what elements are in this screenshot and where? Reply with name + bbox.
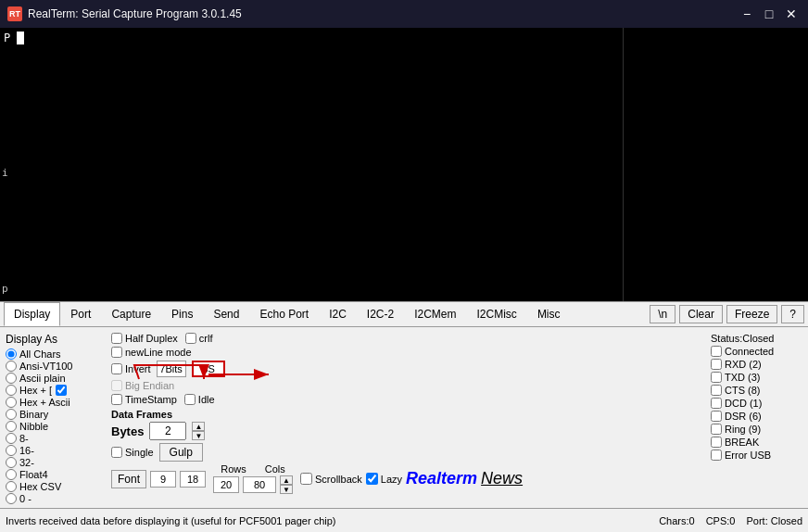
- freeze-button[interactable]: Freeze: [726, 305, 777, 323]
- invert-item[interactable]: Invert: [111, 363, 151, 374]
- cols-spinner: ▲ ▼: [280, 475, 293, 494]
- close-button[interactable]: ✕: [782, 5, 801, 23]
- radio-16[interactable]: 16-: [6, 445, 104, 456]
- idle-checkbox[interactable]: [184, 394, 196, 405]
- cols-up-arrow[interactable]: ▲: [280, 475, 293, 485]
- break-label: BREAK: [725, 437, 759, 448]
- radio-hex-csv[interactable]: Hex CSV: [6, 481, 104, 492]
- rows-input[interactable]: [213, 476, 239, 493]
- bits-input[interactable]: [157, 361, 186, 377]
- newline-mode-item[interactable]: newLine mode: [111, 347, 192, 358]
- help-button[interactable]: ?: [781, 305, 804, 323]
- idle-item[interactable]: Idle: [184, 394, 215, 405]
- radio-nibble[interactable]: Nibble: [6, 421, 104, 432]
- txd-checkbox[interactable]: [711, 372, 722, 383]
- dsr-checkbox[interactable]: [711, 411, 722, 422]
- radio-16-label: 16-: [19, 445, 34, 456]
- radio-all-chars-input[interactable]: [6, 348, 17, 360]
- font-button[interactable]: Font: [111, 470, 146, 488]
- bytes-up-arrow[interactable]: ▲: [192, 422, 205, 431]
- scrollback-checkbox[interactable]: [300, 473, 312, 485]
- status-txd-row: TXD (3): [711, 372, 801, 383]
- single-checkbox[interactable]: [111, 447, 122, 458]
- tab-i2cmisc[interactable]: I2CMisc: [467, 302, 527, 326]
- big-endian-item[interactable]: Big Endian: [111, 380, 174, 391]
- tab-port[interactable]: Port: [60, 302, 101, 326]
- clear-button[interactable]: Clear: [679, 305, 723, 323]
- error-usb-checkbox[interactable]: [711, 450, 722, 461]
- realterm-brand: Realterm: [406, 469, 477, 488]
- radio-16-input[interactable]: [6, 445, 17, 456]
- radio-hex-ascii[interactable]: Hex + Ascii: [6, 397, 104, 408]
- bytes-label: Bytes: [111, 424, 144, 438]
- hex-checkbox-input[interactable]: [56, 385, 67, 396]
- single-item[interactable]: Single: [111, 447, 154, 458]
- invert-row-wrapper: Invert: [111, 361, 701, 377]
- timestamp-checkbox[interactable]: [111, 394, 122, 405]
- gulp-button[interactable]: Gulp: [159, 443, 203, 462]
- half-duplex-item[interactable]: Half Duplex: [111, 333, 178, 344]
- tab-echo-port[interactable]: Echo Port: [249, 302, 319, 326]
- bytes-spinner-input[interactable]: [149, 422, 186, 440]
- radio-8-input[interactable]: [6, 433, 17, 444]
- connected-checkbox[interactable]: [711, 346, 722, 357]
- radio-hex-ascii-input[interactable]: [6, 397, 17, 408]
- half-duplex-checkbox[interactable]: [111, 333, 122, 344]
- font-size1-input[interactable]: [150, 471, 176, 488]
- lazy-item[interactable]: Lazy: [366, 473, 402, 485]
- maximize-button[interactable]: □: [760, 5, 778, 23]
- tab-send[interactable]: Send: [203, 302, 249, 326]
- radio-ansi-vt100-input[interactable]: [6, 361, 17, 372]
- crlf-item[interactable]: crlf: [185, 333, 213, 344]
- cts-checkbox[interactable]: [711, 385, 722, 396]
- tab-misc[interactable]: Misc: [527, 302, 571, 326]
- rxd-checkbox[interactable]: [711, 359, 722, 370]
- tab-capture[interactable]: Capture: [101, 302, 161, 326]
- status-error-usb-row: Error USB: [711, 450, 801, 461]
- side-label-i: i: [2, 167, 8, 179]
- radio-dash-input[interactable]: [6, 493, 17, 504]
- lazy-checkbox[interactable]: [366, 473, 378, 485]
- bytes-down-arrow[interactable]: ▼: [192, 431, 205, 440]
- radio-float4[interactable]: Float4: [6, 469, 104, 480]
- crlf-checkbox[interactable]: [185, 333, 196, 344]
- font-row: Font Rows Cols ▲ ▼: [111, 463, 701, 494]
- radio-32[interactable]: 32-: [6, 457, 104, 468]
- timestamp-item[interactable]: TimeStamp: [111, 394, 177, 405]
- tab-i2c-2[interactable]: I2C-2: [357, 302, 404, 326]
- newline-button[interactable]: \n: [650, 305, 675, 323]
- cols-down-arrow[interactable]: ▼: [280, 485, 293, 494]
- radio-ascii-plain-input[interactable]: [6, 373, 17, 384]
- radio-32-input[interactable]: [6, 457, 17, 468]
- radio-binary[interactable]: Binary: [6, 409, 104, 420]
- radio-binary-input[interactable]: [6, 409, 17, 420]
- radio-ascii-plain-label: Ascii plain: [19, 373, 66, 384]
- minimize-button[interactable]: −: [738, 5, 756, 23]
- radio-hex-csv-input[interactable]: [6, 481, 17, 492]
- dcd-checkbox[interactable]: [711, 398, 722, 409]
- radio-hex-plus[interactable]: Hex + [: [6, 385, 104, 396]
- bytes-spinner-arrows: ▲ ▼: [192, 422, 205, 440]
- radio-ascii-plain[interactable]: Ascii plain: [6, 373, 104, 384]
- tab-display[interactable]: Display: [4, 302, 60, 326]
- radio-8[interactable]: 8-: [6, 433, 104, 444]
- error-usb-label: Error USB: [725, 450, 771, 461]
- radio-nibble-input[interactable]: [6, 421, 17, 432]
- newline-mode-checkbox[interactable]: [111, 347, 122, 358]
- font-size2-input[interactable]: [180, 471, 206, 488]
- ring-checkbox[interactable]: [711, 424, 722, 435]
- tab-pins[interactable]: Pins: [161, 302, 203, 326]
- radio-all-chars[interactable]: All Chars: [6, 348, 104, 360]
- scrollback-item[interactable]: Scrollback: [300, 473, 362, 485]
- tab-i2c[interactable]: I2C: [319, 302, 357, 326]
- invert-checkbox[interactable]: [111, 363, 122, 374]
- terminal-display[interactable]: P i p: [0, 28, 623, 301]
- radio-ansi-vt100[interactable]: Ansi-VT100: [6, 361, 104, 372]
- break-checkbox[interactable]: [711, 437, 722, 448]
- bs-input[interactable]: [192, 361, 225, 377]
- radio-hex-plus-input[interactable]: [6, 385, 17, 396]
- tab-i2cmem[interactable]: I2CMem: [404, 302, 466, 326]
- cols-input[interactable]: [243, 476, 276, 493]
- radio-float4-input[interactable]: [6, 469, 17, 480]
- radio-dash[interactable]: 0 -: [6, 493, 104, 504]
